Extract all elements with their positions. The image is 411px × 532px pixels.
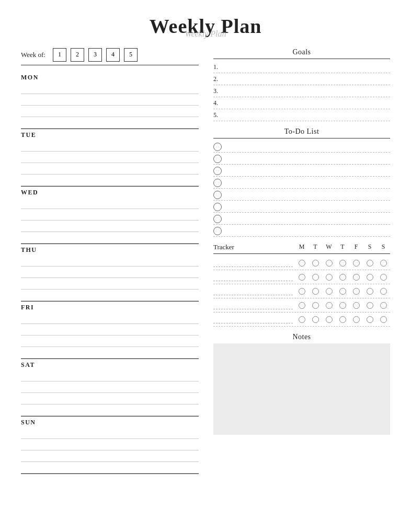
tracker-circle-1-M[interactable] (295, 258, 309, 269)
day-line[interactable] (21, 290, 199, 301)
day-line[interactable] (21, 175, 199, 186)
day-line[interactable] (21, 324, 199, 336)
todo-checkbox-4[interactable] (213, 179, 222, 187)
day-line[interactable] (21, 278, 199, 290)
tracker-circle-1-T2[interactable] (336, 258, 349, 269)
todo-input-6[interactable] (225, 203, 390, 211)
day-line[interactable] (21, 450, 199, 462)
day-line[interactable] (21, 106, 199, 117)
goal-input-5[interactable] (225, 111, 390, 120)
todo-input-8[interactable] (225, 227, 390, 235)
day-line[interactable] (21, 94, 199, 106)
goal-item-2[interactable]: 2. (213, 73, 390, 85)
tracker-row-label-5[interactable] (213, 316, 293, 323)
week-btn-1[interactable]: 1 (53, 48, 66, 62)
todo-checkbox-6[interactable] (213, 203, 222, 211)
tracker-circle-5-W[interactable] (322, 315, 336, 325)
tracker-circle-1-F[interactable] (349, 258, 363, 269)
tracker-circle-3-S2[interactable] (376, 286, 390, 297)
tracker-circle-4-T[interactable] (309, 300, 322, 311)
tracker-circle-4-S2[interactable] (376, 300, 390, 311)
tracker-circle-2-S1[interactable] (363, 272, 376, 283)
day-line[interactable] (21, 152, 199, 163)
todo-input-1[interactable] (225, 143, 390, 151)
notes-box[interactable] (213, 343, 390, 435)
day-line[interactable] (21, 209, 199, 221)
day-line[interactable] (21, 117, 199, 129)
week-btn-3[interactable]: 3 (88, 48, 102, 62)
day-line[interactable] (21, 198, 199, 209)
week-btn-4[interactable]: 4 (106, 48, 120, 62)
tracker-row-label-2[interactable] (213, 274, 293, 281)
day-line[interactable] (21, 232, 199, 244)
tracker-row-label-1[interactable] (213, 260, 293, 267)
tracker-row-label-3[interactable] (213, 288, 293, 295)
tracker-circle-3-T2[interactable] (336, 286, 349, 297)
day-line[interactable] (21, 393, 199, 404)
goal-input-4[interactable] (225, 99, 390, 108)
goal-item-1[interactable]: 1. (213, 61, 390, 73)
tracker-circle-5-T2[interactable] (336, 315, 349, 325)
tracker-circle-4-W[interactable] (322, 300, 336, 311)
day-line[interactable] (21, 336, 199, 347)
tracker-circle-2-F[interactable] (349, 272, 363, 283)
tracker-circle-3-M[interactable] (295, 286, 309, 297)
goal-item-4[interactable]: 4. (213, 97, 390, 109)
tracker-circle-4-T2[interactable] (336, 300, 349, 311)
day-line[interactable] (21, 221, 199, 232)
todo-input-2[interactable] (225, 155, 390, 163)
tracker-circle-3-S1[interactable] (363, 286, 376, 297)
todo-checkbox-1[interactable] (213, 143, 222, 151)
tracker-circle-2-S2[interactable] (376, 272, 390, 283)
day-line[interactable] (21, 267, 199, 278)
todo-input-3[interactable] (225, 167, 390, 175)
tracker-circle-3-F[interactable] (349, 286, 363, 297)
goal-input-3[interactable] (225, 87, 390, 96)
todo-input-7[interactable] (225, 215, 390, 223)
tracker-circle-5-S2[interactable] (376, 315, 390, 325)
day-line[interactable] (21, 83, 199, 94)
todo-checkbox-3[interactable] (213, 167, 222, 175)
tracker-circle-1-S1[interactable] (363, 258, 376, 269)
goal-item-3[interactable]: 3. (213, 85, 390, 97)
tracker-circle-5-S1[interactable] (363, 315, 376, 325)
tracker-circle-5-T[interactable] (309, 315, 322, 325)
tracker-circle-2-M[interactable] (295, 272, 309, 283)
tracker-circle-2-T[interactable] (309, 272, 322, 283)
tracker-row-label-4[interactable] (213, 302, 293, 309)
goal-input-1[interactable] (225, 63, 390, 72)
day-line[interactable] (21, 370, 199, 381)
day-line[interactable] (21, 462, 199, 473)
todo-checkbox-2[interactable] (213, 155, 222, 163)
day-line[interactable] (21, 381, 199, 393)
tracker-circle-1-T[interactable] (309, 258, 322, 269)
tracker-circle-4-F[interactable] (349, 300, 363, 311)
tracker-circle-5-F[interactable] (349, 315, 363, 325)
week-btn-2[interactable]: 2 (71, 48, 84, 62)
tracker-circle-4-S1[interactable] (363, 300, 376, 311)
tracker-circle-1-S2[interactable] (376, 258, 390, 269)
goal-input-2[interactable] (225, 75, 390, 84)
todo-checkbox-8[interactable] (213, 227, 222, 235)
tracker-circle-3-T[interactable] (309, 286, 322, 297)
week-btn-5[interactable]: 5 (124, 48, 138, 62)
day-line[interactable] (21, 163, 199, 175)
day-line[interactable] (21, 439, 199, 450)
day-line[interactable] (21, 404, 199, 416)
day-line[interactable] (21, 313, 199, 324)
todo-input-5[interactable] (225, 191, 390, 199)
day-line[interactable] (21, 255, 199, 267)
tracker-circle-1-W[interactable] (322, 258, 336, 269)
day-line[interactable] (21, 347, 199, 358)
todo-checkbox-5[interactable] (213, 191, 222, 199)
tracker-circle-4-M[interactable] (295, 300, 309, 311)
day-line[interactable] (21, 427, 199, 439)
todo-checkbox-7[interactable] (213, 215, 222, 223)
tracker-circle-5-M[interactable] (295, 315, 309, 325)
tracker-circle-3-W[interactable] (322, 286, 336, 297)
goal-item-5[interactable]: 5. (213, 109, 390, 121)
todo-input-4[interactable] (225, 179, 390, 187)
tracker-circle-2-W[interactable] (322, 272, 336, 283)
day-line[interactable] (21, 140, 199, 152)
tracker-circle-2-T2[interactable] (336, 272, 349, 283)
